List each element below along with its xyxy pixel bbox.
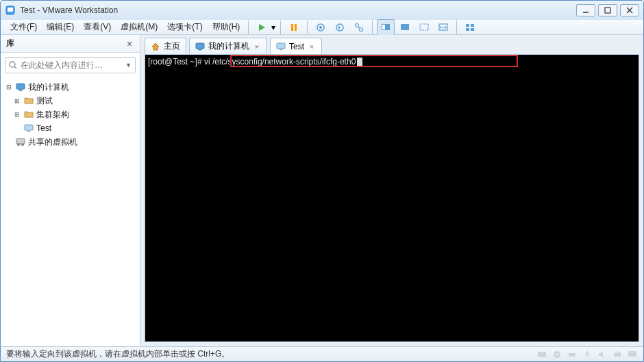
main-area: 主页 我的计算机 × Test × [root@Test ~]# vi /etc… (140, 35, 643, 346)
menubar: 文件(F) 编辑(E) 查看(V) 虚拟机(M) 选项卡(T) 帮助(H) ▾ (1, 20, 643, 35)
tab-label: 主页 (164, 40, 180, 52)
terminal[interactable]: [root@Test ~]# vi /etc/sysconfig/network… (145, 54, 639, 342)
view-stretch-icon[interactable] (434, 19, 452, 36)
folder-icon (23, 109, 34, 120)
app-icon (5, 5, 16, 16)
body-area: 库 × ▼ ⊟ 我的计算机 ⊞ 测试 (1, 35, 643, 346)
snapshot-icon[interactable] (312, 19, 330, 36)
expand-icon[interactable]: ⊞ (13, 97, 21, 105)
svg-rect-29 (16, 84, 25, 89)
menu-tabs[interactable]: 选项卡(T) (163, 20, 206, 34)
tree-label: Test (36, 123, 51, 133)
svg-marker-44 (599, 351, 603, 358)
pause-icon[interactable] (285, 19, 303, 36)
snapshot-manager-icon[interactable] (350, 19, 368, 36)
device-usb-icon[interactable] (582, 349, 593, 360)
menu-view[interactable]: 查看(V) (79, 20, 115, 34)
device-cd-icon[interactable] (552, 349, 562, 360)
separator (456, 21, 457, 34)
search-icon (8, 60, 18, 70)
svg-point-42 (556, 353, 558, 355)
separator (248, 21, 249, 34)
menu-file[interactable]: 文件(F) (6, 20, 41, 34)
svg-point-10 (319, 26, 322, 29)
device-net-icon[interactable] (567, 349, 578, 360)
snapshot-revert-icon[interactable] (331, 19, 349, 36)
svg-line-28 (14, 67, 16, 69)
maximize-button[interactable] (598, 4, 617, 16)
svg-point-27 (10, 62, 15, 67)
svg-rect-40 (538, 352, 546, 357)
svg-rect-38 (277, 43, 285, 49)
tree-label: 共享的虚拟机 (28, 136, 77, 148)
menu-edit[interactable]: 编辑(E) (42, 20, 78, 34)
status-icons (536, 349, 638, 360)
tab-test[interactable]: Test × (270, 38, 322, 54)
tab-close-icon[interactable]: × (308, 43, 316, 51)
svg-rect-25 (466, 28, 469, 31)
svg-rect-33 (16, 138, 25, 144)
device-printer-icon[interactable] (612, 349, 623, 360)
svg-point-35 (21, 143, 24, 146)
tree-node-test-vm[interactable]: Test (3, 121, 137, 135)
minimize-button[interactable] (576, 4, 595, 16)
close-button[interactable] (620, 4, 639, 16)
sidebar-header: 库 × (1, 35, 140, 53)
collapse-icon[interactable]: ⊟ (5, 83, 13, 91)
vm-icon (276, 42, 286, 51)
device-display-icon[interactable] (627, 349, 638, 360)
tree-root-mycomputer[interactable]: ⊟ 我的计算机 (3, 80, 137, 94)
svg-rect-47 (628, 351, 636, 357)
menu-vm[interactable]: 虚拟机(M) (116, 20, 162, 34)
svg-rect-3 (605, 8, 610, 13)
toolbar-power-group[interactable]: ▾ (253, 19, 276, 36)
dropdown-caret-icon[interactable]: ▾ (271, 19, 276, 36)
thumbnail-bar-icon[interactable] (461, 19, 479, 36)
svg-rect-26 (471, 28, 474, 31)
tab-home[interactable]: 主页 (145, 38, 186, 54)
library-tree: ⊟ 我的计算机 ⊞ 测试 ⊞ 集群架构 Test (1, 77, 140, 346)
view-console-icon[interactable] (377, 19, 395, 36)
titlebar: Test - VMware Workstation (1, 1, 643, 20)
tab-mycomputer[interactable]: 我的计算机 × (189, 38, 267, 54)
sidebar-title: 库 (6, 38, 125, 49)
svg-rect-36 (196, 43, 204, 49)
search-dropdown-icon[interactable]: ▼ (125, 62, 132, 69)
shared-icon (15, 136, 26, 147)
svg-point-12 (356, 23, 359, 27)
tree-shared-vms[interactable]: 共享的虚拟机 (3, 135, 137, 149)
tab-close-icon[interactable]: × (253, 43, 261, 51)
expand-icon[interactable]: ⊞ (13, 110, 21, 119)
status-text: 要将输入定向到该虚拟机，请在虚拟机内部单击或按 Ctrl+G。 (6, 348, 230, 360)
play-icon[interactable] (253, 19, 271, 36)
search-input[interactable] (21, 60, 125, 70)
tab-label: Test (289, 42, 304, 51)
svg-rect-23 (466, 24, 469, 27)
app-window: Test - VMware Workstation 文件(F) 编辑(E) 查看… (0, 0, 644, 362)
sidebar-close-icon[interactable]: × (125, 39, 134, 49)
menu-help[interactable]: 帮助(H) (208, 20, 245, 34)
vm-icon (23, 123, 34, 134)
tabbar: 主页 我的计算机 × Test × (140, 35, 643, 54)
device-disk-icon[interactable] (536, 349, 547, 360)
tree-node-cluster-folder[interactable]: ⊞ 集群架构 (3, 108, 137, 121)
folder-icon (23, 95, 34, 106)
tree-label: 集群架构 (36, 109, 69, 121)
svg-rect-39 (280, 49, 282, 50)
svg-rect-30 (19, 90, 22, 90)
terminal-cursor (357, 58, 362, 67)
device-sound-icon[interactable] (597, 349, 608, 360)
svg-marker-21 (440, 26, 441, 29)
home-icon (151, 42, 160, 51)
svg-rect-8 (295, 24, 297, 31)
separator (372, 21, 373, 34)
view-unity-icon[interactable] (415, 19, 433, 36)
svg-rect-24 (471, 24, 474, 27)
monitor-icon (15, 82, 26, 93)
separator (307, 21, 308, 34)
terminal-command: vi /etc/sysconfig/network-scripts/ifcfg-… (204, 57, 356, 67)
terminal-prompt: [root@Test ~]# (148, 57, 204, 67)
view-fullscreen-icon[interactable] (396, 19, 414, 36)
tree-node-test-folder[interactable]: ⊞ 测试 (3, 94, 137, 108)
search-box[interactable]: ▼ (5, 57, 136, 73)
